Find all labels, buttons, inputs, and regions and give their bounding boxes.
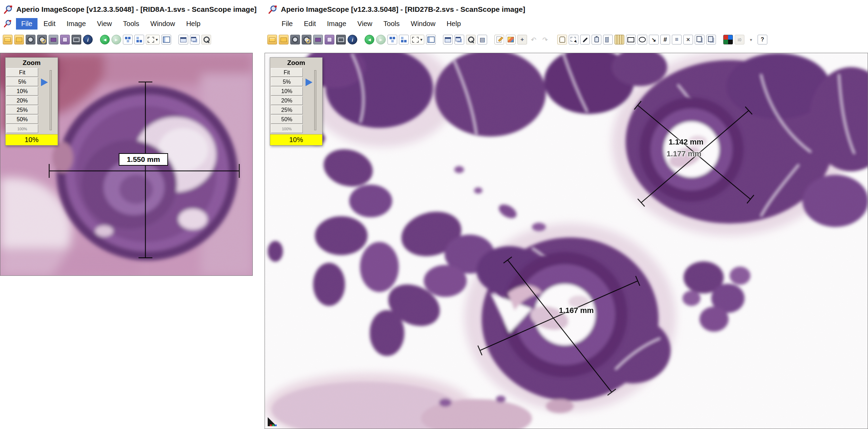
dropdown-arrow-icon[interactable]	[746, 35, 756, 44]
hierarchy-alt-icon[interactable]	[399, 35, 409, 44]
menu-window[interactable]: Window	[406, 18, 441, 30]
menu-bar: File Edit Image View Tools Window Help	[265, 16, 868, 31]
region-dropdown-icon[interactable]	[410, 35, 424, 44]
pan-hand-icon[interactable]	[557, 35, 567, 44]
zoom-level-10[interactable]: 10%	[271, 87, 303, 96]
overview-map-icon[interactable]	[267, 416, 277, 427]
pane-icon[interactable]	[426, 35, 436, 44]
analysis-icon[interactable]	[336, 35, 346, 44]
window-tile-icon[interactable]	[178, 35, 188, 44]
menu-file[interactable]: File	[276, 18, 298, 30]
pane-icon[interactable]	[161, 35, 171, 44]
delete-annotation-icon[interactable]	[683, 35, 693, 44]
document-logo-icon[interactable]	[3, 19, 12, 28]
magnifier-icon[interactable]	[466, 35, 476, 44]
compare-icon[interactable]	[735, 35, 744, 44]
menu-image[interactable]: Image	[322, 18, 352, 30]
menu-tools[interactable]: Tools	[118, 18, 144, 30]
annotations-icon[interactable]	[506, 35, 516, 44]
info-icon[interactable]	[348, 35, 357, 44]
menu-file[interactable]: File	[16, 18, 37, 30]
menu-edit[interactable]: Edit	[299, 18, 321, 30]
zoom-slider-thumb[interactable]	[41, 79, 48, 86]
window-cascade-icon[interactable]	[454, 35, 464, 44]
zoom-level-20[interactable]: 20%	[271, 96, 303, 105]
info-icon[interactable]	[83, 35, 93, 44]
magnifier-icon[interactable]	[201, 35, 211, 44]
pen-icon[interactable]	[580, 35, 590, 44]
open-remote-icon[interactable]	[279, 35, 289, 44]
grid-view-icon[interactable]	[477, 35, 487, 44]
snapshot-zoom-icon[interactable]	[302, 35, 311, 44]
select-icon[interactable]	[569, 35, 578, 44]
menu-help[interactable]: Help	[441, 18, 466, 30]
slide-viewer-rid8a[interactable]: 1.550 mm Zoom Fit 5% 10% 20% 25% 50% 100…	[0, 53, 253, 276]
ruler-icon[interactable]	[615, 35, 624, 44]
open-image-icon[interactable]	[267, 35, 277, 44]
analysis-icon[interactable]	[72, 35, 81, 44]
snapshot-icon[interactable]	[290, 35, 300, 44]
open-image-icon[interactable]	[3, 35, 12, 44]
menu-image[interactable]: Image	[61, 18, 91, 30]
menu-edit[interactable]: Edit	[38, 18, 60, 30]
ellipse-annotation-icon[interactable]	[637, 35, 647, 44]
window-cascade-icon[interactable]	[190, 35, 200, 44]
redo-icon[interactable]	[540, 35, 550, 44]
menu-help[interactable]: Help	[181, 18, 206, 30]
filter-icon[interactable]	[60, 35, 70, 44]
menu-window[interactable]: Window	[145, 18, 180, 30]
snapshot-icon[interactable]	[26, 35, 35, 44]
imagescope-window-rid27b: Aperio ImageScope [v12.3.3.5048] - [RID2…	[265, 0, 868, 429]
slide-viewer-rid27b[interactable]: 1.142 mm 1.177 mm 1.167 mm Zoom Fit 5% 1…	[265, 53, 868, 429]
forward-icon[interactable]	[376, 35, 386, 44]
zoom-level-100[interactable]: 100%	[6, 124, 38, 133]
scan-icon[interactable]	[49, 35, 58, 44]
scan-icon[interactable]	[313, 35, 323, 44]
help-icon[interactable]	[758, 35, 767, 44]
zoom-level-10[interactable]: 10%	[6, 87, 38, 96]
zoom-level-100[interactable]: 100%	[271, 124, 303, 133]
zoom-slider[interactable]	[38, 68, 57, 133]
zoom-level-25[interactable]: 25%	[271, 106, 303, 114]
menu-view[interactable]: View	[352, 18, 377, 30]
zoom-level-25[interactable]: 25%	[6, 106, 38, 114]
spray-icon[interactable]	[603, 35, 613, 44]
paste-icon[interactable]	[706, 35, 716, 44]
forward-icon[interactable]	[111, 35, 121, 44]
rect-annotation-icon[interactable]	[626, 35, 636, 44]
title-bar: Aperio ImageScope [v12.3.3.5048] - [RID8…	[0, 0, 253, 16]
hierarchy-icon[interactable]	[123, 35, 133, 44]
window-tile-icon[interactable]	[443, 35, 453, 44]
zoom-level-20[interactable]: 20%	[6, 96, 38, 105]
snapshot-zoom-icon[interactable]	[37, 35, 47, 44]
measurement-label: 1.177 mm	[654, 149, 713, 158]
region-dropdown-icon[interactable]	[146, 35, 160, 44]
report-icon[interactable]	[672, 35, 682, 44]
zoom-level-5[interactable]: 5%	[271, 77, 303, 86]
ink-icon[interactable]	[592, 35, 601, 44]
zoom-slider-thumb[interactable]	[306, 79, 312, 86]
open-remote-icon[interactable]	[14, 35, 24, 44]
menu-view[interactable]: View	[92, 18, 117, 30]
zoom-level-50[interactable]: 50%	[6, 115, 38, 124]
menu-tools[interactable]: Tools	[378, 18, 405, 30]
counter-icon[interactable]	[660, 35, 670, 44]
zoom-level-50[interactable]: 50%	[271, 115, 303, 124]
back-icon[interactable]	[100, 35, 110, 44]
compose-icon[interactable]	[494, 35, 504, 44]
filter-icon[interactable]	[325, 35, 334, 44]
color-swatch-icon[interactable]	[723, 35, 733, 44]
back-icon[interactable]	[365, 35, 374, 44]
undo-icon[interactable]	[529, 35, 539, 44]
zoom-slider[interactable]	[303, 68, 322, 133]
hierarchy-alt-icon[interactable]	[134, 35, 144, 44]
arrow-annotation-icon[interactable]	[649, 35, 659, 44]
zoom-level-fit[interactable]: Fit	[271, 68, 303, 77]
zoom-level-5[interactable]: 5%	[6, 77, 38, 86]
histology-slide-image[interactable]	[265, 53, 868, 429]
toolbar-separator	[359, 31, 365, 48]
annotation-move-icon[interactable]	[517, 35, 527, 44]
zoom-level-fit[interactable]: Fit	[6, 68, 38, 77]
copy-icon[interactable]	[695, 35, 704, 44]
hierarchy-icon[interactable]	[387, 35, 397, 44]
